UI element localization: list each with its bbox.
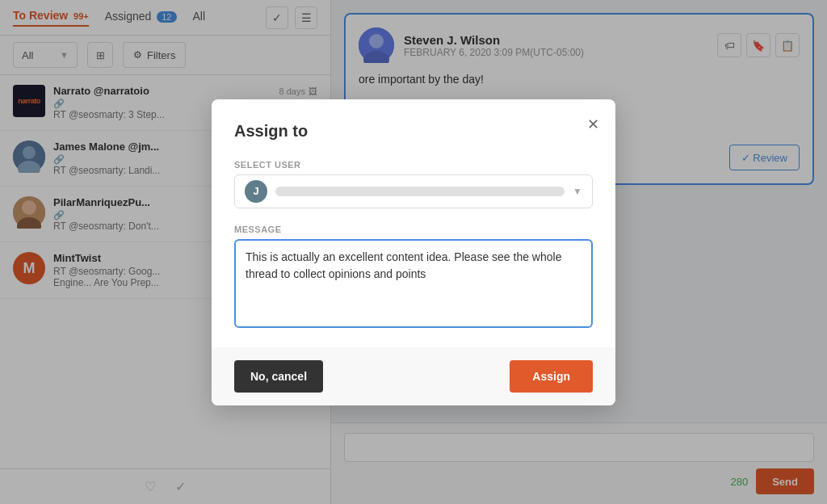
assign-modal: Assign to ✕ SELECT USER J ▼ MESSAGE This… <box>212 99 615 405</box>
assign-btn-label: Assign <box>532 370 570 383</box>
cancel-btn-label: No, cancel <box>250 370 307 383</box>
user-name-blurred <box>275 187 565 196</box>
user-select-dropdown[interactable]: J ▼ <box>234 174 593 208</box>
assign-btn[interactable]: Assign <box>510 360 593 393</box>
message-label: MESSAGE <box>234 225 593 234</box>
modal-title: Assign to <box>234 122 593 141</box>
app-container: To Review 99+ Assigned 12 All ✓ ☰ All ▼ … <box>0 0 827 504</box>
select-user-label: SELECT USER <box>234 160 593 170</box>
modal-close-btn[interactable]: ✕ <box>587 116 599 133</box>
modal-footer: No, cancel Assign <box>212 347 615 405</box>
modal-overlay: Assign to ✕ SELECT USER J ▼ MESSAGE This… <box>0 0 827 504</box>
selected-user-avatar: J <box>245 180 267 203</box>
cancel-btn[interactable]: No, cancel <box>234 360 323 393</box>
message-textarea[interactable]: This is actually an excellent content id… <box>234 239 593 328</box>
user-initial: J <box>253 185 258 197</box>
chevron-down-icon: ▼ <box>573 186 582 197</box>
